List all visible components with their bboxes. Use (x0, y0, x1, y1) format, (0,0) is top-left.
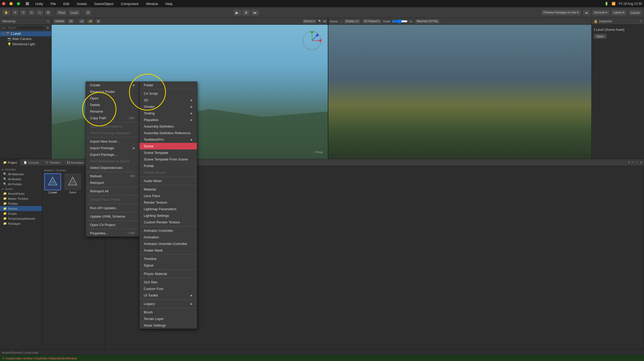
sidebar-master-timeline[interactable]: 📁 Master Timeline (0, 196, 42, 201)
hierarchy-filter-btn[interactable]: ▾ (46, 26, 50, 30)
ctx-create[interactable]: Create ▶ (86, 82, 139, 88)
scale-tool-btn[interactable]: ⊡ (28, 9, 35, 16)
create-animation[interactable]: Animation (140, 234, 197, 240)
packages-dropdown[interactable]: Preview Packages in Use ▾ (541, 9, 581, 16)
create-lighting-settings[interactable]: Lighting Settings (140, 212, 197, 219)
scale-slider[interactable] (392, 19, 408, 23)
create-ui-toolkit[interactable]: UI Toolkit ▶ (140, 292, 197, 299)
create-shader[interactable]: Shader ▶ (140, 103, 197, 110)
create-folder[interactable]: Folder (140, 82, 197, 88)
sidebar-all-materials[interactable]: 🔍 All Materials (0, 172, 42, 177)
shaded-dropdown[interactable]: Shaded (53, 19, 66, 24)
sidebar-prefabs[interactable]: 📁 Prefabs (0, 201, 42, 206)
rotate-tool-btn[interactable]: ↺ (20, 9, 27, 16)
ctx-copy-path[interactable]: Copy Path ⌥⌘C (86, 115, 139, 121)
create-gui-skin[interactable]: GUI Skin (140, 279, 197, 285)
create-noise-settings[interactable]: Noise Settings (140, 322, 197, 329)
account-dropdown[interactable]: Account ▾ (592, 9, 610, 16)
rect-tool-btn[interactable]: ▭ (36, 9, 43, 16)
create-testing[interactable]: Testing ▶ (140, 110, 197, 117)
display-dropdown[interactable]: Display 1 ▾ (344, 19, 360, 24)
ctx-select-deps[interactable]: Select Dependencies (86, 164, 139, 171)
minimize-btn[interactable] (9, 2, 13, 5)
console-icon-1[interactable]: ⬇ (628, 161, 630, 164)
cloud-btn[interactable]: ☁ (583, 9, 590, 16)
hierarchy-item-directional-light[interactable]: 💡 Directional Light (0, 42, 51, 47)
move-tool-btn[interactable]: ✛ (12, 9, 19, 16)
create-scene-template[interactable]: Scene Template (140, 149, 197, 156)
menu-file[interactable]: File (49, 1, 58, 6)
hand-tool-btn[interactable]: ✋ (2, 9, 11, 16)
create-avatar-mask[interactable]: Avatar Mask (140, 247, 197, 254)
inspector-menu-icon[interactable]: ☰ (640, 20, 642, 23)
2d-btn[interactable]: 2D (67, 19, 75, 24)
fx-btn[interactable]: ✨ (87, 19, 94, 24)
ctx-rename[interactable]: Rename (86, 108, 139, 115)
menu-edit[interactable]: Edit (62, 1, 71, 6)
layout-btn[interactable]: Layout (628, 9, 642, 16)
hierarchy-search-input[interactable] (6, 26, 45, 30)
create-lightmap-params[interactable]: Lightmap Parameters (140, 206, 197, 212)
hierarchy-menu-icon[interactable]: ☰ (47, 20, 49, 23)
close-btn[interactable] (2, 2, 5, 5)
create-csharp-script[interactable]: C# Script (140, 90, 197, 97)
hierarchy-add-btn[interactable]: + (2, 26, 5, 30)
ctx-reimport[interactable]: Reimport (86, 179, 139, 186)
layers-dropdown[interactable]: Layers ▾ (611, 9, 627, 16)
ctx-open[interactable]: Open (86, 95, 139, 102)
console-icon-3[interactable]: ☆ (636, 161, 638, 164)
ctx-import-package[interactable]: Import Package ▶ (86, 145, 139, 151)
play-btn[interactable]: ▶ (233, 9, 241, 16)
menu-gameobject[interactable]: GameObject (93, 1, 115, 6)
ctx-delete[interactable]: Delete (86, 102, 139, 108)
maximize-btn[interactable] (17, 2, 20, 5)
create-assembly-def[interactable]: Assembly Definition (140, 123, 197, 130)
pause-btn[interactable]: ⏸ (242, 9, 250, 16)
step-btn[interactable]: ⏭ (251, 9, 259, 16)
ctx-import-new[interactable]: Import New Asset... (86, 138, 139, 145)
aspect-dropdown[interactable]: 16:9 Aspect ▾ (362, 19, 382, 24)
create-terrain-layer[interactable]: Terrain Layer (140, 315, 197, 322)
local-btn[interactable]: Local (68, 9, 80, 16)
menu-window[interactable]: Window (144, 1, 160, 6)
tab-project[interactable]: 📁 Project (0, 159, 20, 166)
create-audio-mixer[interactable]: Audio Mixer (140, 178, 197, 184)
menu-unity[interactable]: Unity (34, 1, 45, 6)
ctx-run-api[interactable]: Run API Updater... (86, 205, 139, 211)
create-timeline[interactable]: Timeline (140, 255, 197, 262)
pivot-btn[interactable]: Pivot (56, 9, 67, 16)
maximize-on-play-btn[interactable]: Maximize On Play (415, 19, 440, 24)
ctx-open-csharp[interactable]: Open C# Project (86, 222, 139, 228)
transform-tool-btn[interactable]: ⊞ (44, 9, 52, 16)
grid-btn[interactable]: ⊟ (85, 9, 92, 16)
sidebar-all-models[interactable]: 🔍 All Models (0, 177, 42, 182)
tab-animation[interactable]: 🎞 Animation (64, 159, 87, 166)
ctx-reimport-all[interactable]: Reimport All (86, 188, 139, 194)
create-brush[interactable]: Brush (140, 309, 197, 315)
sidebar-assetspacks[interactable]: 📁 AssetsPacks (0, 191, 42, 196)
sidebar-all-prefabs[interactable]: 🔍 All Prefabs (0, 182, 42, 187)
create-custom-render[interactable]: Custom Render Texture (140, 219, 197, 225)
create-material[interactable]: Material (140, 186, 197, 193)
tab-timeline[interactable]: ⏱ Timeline (42, 159, 64, 166)
sidebar-packages[interactable]: 📁 Packages (0, 221, 42, 226)
ctx-update-uxml[interactable]: Update UXML Schema (86, 213, 139, 220)
create-prefab[interactable]: Prefab (140, 163, 197, 169)
create-2d[interactable]: 2D ▶ (140, 97, 197, 103)
create-animator-override[interactable]: Animator Override Controller (140, 240, 197, 247)
create-textmeshpro[interactable]: TextMeshPro ▶ (140, 136, 197, 143)
create-lens-flare[interactable]: Lens Flare (140, 193, 197, 199)
sidebar-scripts[interactable]: 📁 Scripts (0, 211, 42, 216)
sidebar-scenes[interactable]: 📁 Scenes (0, 206, 42, 211)
hierarchy-item-main-camera[interactable]: 📷 Main Camera (0, 36, 51, 42)
create-signal[interactable]: Signal (140, 262, 197, 269)
console-icon-2[interactable]: ✏ (632, 161, 634, 164)
ctx-properties[interactable]: Properties... ⌥⌘P (86, 230, 139, 237)
gizmos-dropdown[interactable]: Gizmos ▾ (302, 19, 317, 24)
menu-help[interactable]: Help (164, 1, 174, 6)
create-legacy[interactable]: Legacy ▶ (140, 300, 197, 307)
grid-scene-btn[interactable]: ⊞ (95, 19, 101, 24)
create-playables[interactable]: Playables ▶ (140, 117, 197, 123)
create-render-texture[interactable]: Render Texture (140, 199, 197, 206)
create-assembly-def-ref[interactable]: Assembly Definition Reference (140, 130, 197, 136)
